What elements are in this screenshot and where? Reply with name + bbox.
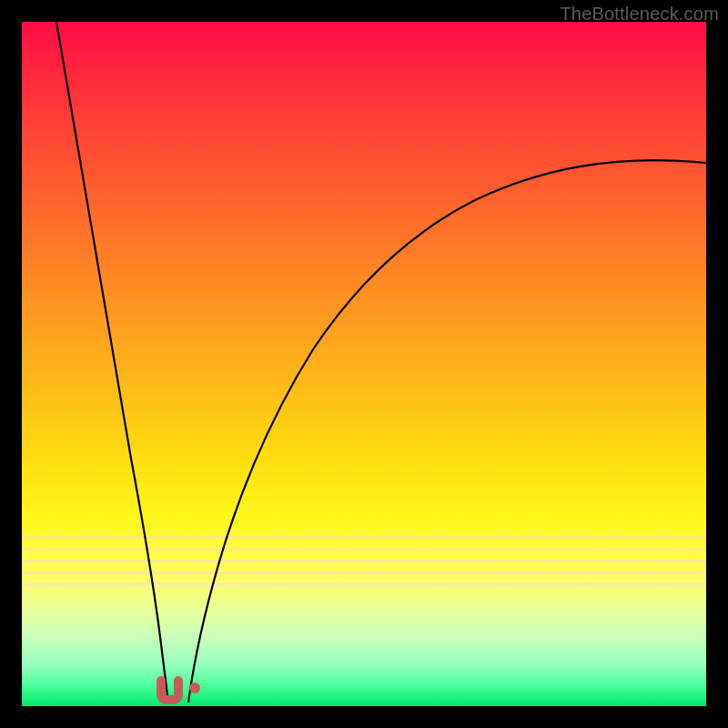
watermark-text: TheBottleneck.com: [560, 4, 719, 25]
dot-marker: [189, 682, 200, 693]
right-curve: [188, 160, 706, 703]
left-curve: [56, 22, 168, 703]
plot-area: [22, 22, 706, 706]
chart-frame: TheBottleneck.com: [0, 0, 728, 728]
u-shape-marker: [161, 681, 178, 700]
curves-svg: [22, 22, 706, 706]
